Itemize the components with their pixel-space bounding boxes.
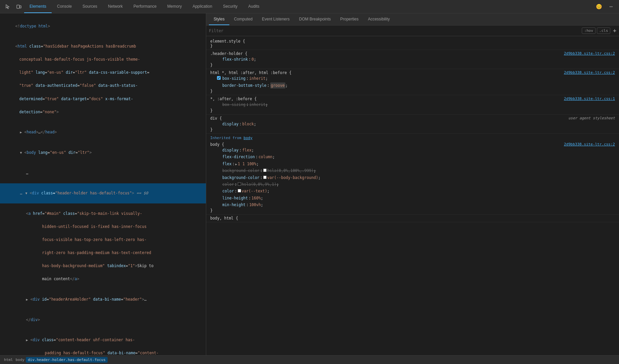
css-source-div-ua: user agent stylesheet [568,116,615,120]
emoji-icon-btn[interactable]: 😊 [594,1,604,12]
toolbar-right: 😊 ⋯ [594,1,616,12]
css-prop-color-strikethrough: color : hsla(0,0%,9%,1) ; [210,181,615,188]
css-prop-flex-shrink: flex-shrink : 0 ; [210,56,615,63]
tab-dom-breakpoints[interactable]: DOM Breakpoints [294,13,336,25]
dom-html[interactable]: <html class="hasSidebar hasPageActions h… [0,37,206,122]
css-prop-color-var: color : var(--text) ; [210,188,615,194]
tab-styles[interactable]: Styles [209,13,229,25]
dom-header-area[interactable]: ▶ <div id="headerAreaHolder" data-bi-nam… [0,289,206,310]
styles-panel: Styles Computed Event Listeners DOM Brea… [206,13,619,355]
css-checkbox-box-sizing[interactable] [217,76,221,80]
css-value-pill-groove: groove [270,82,286,88]
tab-properties[interactable]: Properties [335,13,363,25]
tab-memory[interactable]: Memory [162,0,187,13]
top-toolbar: Elements Console Sources Network Perform… [0,0,619,13]
dom-head[interactable]: ▶ <head>…</head> [0,122,206,143]
css-prop-flex-direction: flex-direction : column ; [210,154,615,160]
css-rule-element-style: element.style { } [206,38,619,50]
cls-button[interactable]: .cls [597,27,611,34]
tab-security[interactable]: Security [218,0,243,13]
styles-content: element.style { } 2d9bb338.site-ltr.css:… [206,36,619,355]
more-icon: ⋯ [609,3,613,10]
dom-header-holder[interactable]: … ▼ <div class="header-holder has-defaul… [0,183,206,204]
inherited-from-body: Inherited from body [206,134,619,141]
filter-input[interactable] [209,28,579,33]
tab-computed[interactable]: Computed [229,13,257,25]
css-prop-box-sizing-inherit: box-sizing : inherit ; [210,75,615,82]
tab-network[interactable]: Network [103,0,128,13]
dom-ellipsis[interactable]: … [0,163,206,183]
secondary-tab-bar: Styles Computed Event Listeners DOM Brea… [206,13,619,25]
flex-expand-triangle[interactable]: ▶ [235,162,237,167]
css-source-body[interactable]: 2d9bb338.site-ltr.css:2 [564,142,615,146]
css-source-html-universal[interactable]: 2d9bb338.site-ltr.css:2 [564,70,615,75]
css-rule-universal: 2d9bb338.site-ltr.css:1 *, :after, :befo… [206,95,619,114]
css-rule-div-ua: user agent stylesheet div { display : bl… [206,115,619,134]
breadcrumb-body[interactable]: body [14,358,26,362]
css-prop-box-sizing-strikethrough: box-sizing : inherit ; [210,101,615,108]
css-rule-header-holder: 2d9bb338.site-ltr.css:2 .header-holder {… [206,50,619,69]
add-style-icon[interactable]: + [613,28,616,34]
inherited-body-link[interactable]: body [243,136,252,140]
tab-sources[interactable]: Sources [77,0,103,13]
color-swatch-color-var[interactable] [238,189,241,192]
tab-console[interactable]: Console [52,0,77,13]
css-close-element-style: } [210,44,615,48]
css-prop-min-height: min-height : 100vh ; [210,201,615,208]
main-content: <!doctype html> <html class="hasSidebar … [0,13,619,355]
css-prop-line-height: line-height : 160% ; [210,195,615,201]
css-rule-body-html-partial: body, html { [206,215,619,222]
svg-rect-1 [20,6,21,8]
color-swatch-color-strikethrough[interactable] [238,182,241,186]
css-prop-border-bottom-style: border-bottom-style : groove ; [210,82,615,89]
dom-skip-link[interactable]: <a href="#main" class="skip-to-main-link… [0,203,206,289]
dom-content-header[interactable]: ▶ <div class="content-header uhf-contain… [0,330,206,355]
breadcrumb-html[interactable]: html [3,358,14,362]
emoji-icon: 😊 [596,4,602,10]
hov-button[interactable]: :hov [582,27,596,34]
dom-body[interactable]: ▼ <body lang="en-us" dir="ltr"> [0,142,206,163]
css-prop-flex: flex : ▶ 1 1 100% ; [210,161,615,167]
color-swatch-bg-strikethrough[interactable] [263,169,267,172]
css-prop-bg-color-var: background-color : var(--body-background… [210,174,615,181]
tab-accessibility[interactable]: Accessibility [363,13,394,25]
css-prop-display-block: display : block ; [210,121,615,127]
filter-buttons: :hov .cls + [582,27,616,34]
color-swatch-bg-var[interactable] [263,176,267,179]
dom-doctype[interactable]: <!doctype html> [0,16,206,37]
tab-audits[interactable]: Audits [243,0,265,13]
tab-event-listeners[interactable]: Event Listeners [257,13,294,25]
svg-rect-0 [17,5,19,8]
main-tab-bar: Elements Console Sources Network Perform… [24,0,594,13]
tab-elements[interactable]: Elements [24,0,52,13]
css-prop-display-flex: display : flex ; [210,147,615,154]
css-selector-element-style: element.style { [210,39,615,44]
breadcrumb-active[interactable]: div.header-holder.has-default-focus [26,357,108,363]
tab-performance[interactable]: Performance [128,0,162,13]
device-icon-btn[interactable] [13,1,24,12]
breadcrumb-bar: html body div.header-holder.has-default-… [0,355,619,364]
css-source-header-holder[interactable]: 2d9bb338.site-ltr.css:2 [564,51,615,56]
cursor-icon-btn[interactable] [3,1,13,12]
css-source-universal[interactable]: 2d9bb338.site-ltr.css:1 [564,97,615,101]
css-rule-body: 2d9bb338.site-ltr.css:2 body { display :… [206,141,619,215]
more-icon-btn[interactable]: ⋯ [606,1,616,12]
css-rule-html-universal: 2d9bb338.site-ltr.css:2 html *, html :af… [206,69,619,95]
css-prop-bg-color-strikethrough: background-color : hsla(0,0%,100%,.999) … [210,167,615,174]
filter-bar: :hov .cls + [206,25,619,36]
tab-application[interactable]: Application [187,0,218,13]
dom-div-close1[interactable]: </div> [0,310,206,330]
dom-panel[interactable]: <!doctype html> <html class="hasSidebar … [0,13,206,355]
